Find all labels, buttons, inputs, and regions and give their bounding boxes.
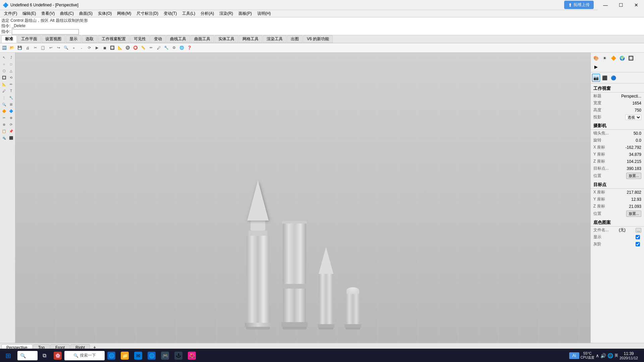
tray-expand-btn[interactable]: ∧: [596, 353, 599, 358]
toolbar-tab-4[interactable]: 选取: [82, 35, 97, 43]
toolbar-btn-2[interactable]: 💾: [16, 44, 23, 52]
app-search-bar[interactable]: 🔍 搜索一下: [64, 351, 105, 360]
toolbar-tab-2[interactable]: 设置视图: [42, 35, 65, 43]
rp-icon-display[interactable]: 🎨: [592, 54, 600, 62]
menu-item-曲面(S)[interactable]: 曲面(S): [76, 10, 95, 17]
ltb-btn-3[interactable]: □: [8, 61, 14, 67]
toolbar-btn-11[interactable]: ⟳: [86, 44, 93, 52]
toolbar-btn-15[interactable]: 📐: [116, 44, 124, 52]
menu-item-面板(P)[interactable]: 面板(P): [236, 10, 255, 17]
toolbar-tab-8[interactable]: 曲线工具: [166, 35, 190, 43]
ltb-btn-10[interactable]: 🖊: [1, 87, 7, 94]
toolbar-btn-24[interactable]: ❓: [186, 44, 193, 52]
rp-icon-render[interactable]: ▶: [592, 63, 600, 71]
rp-icon-env[interactable]: 🌍: [618, 54, 626, 62]
app-ie2[interactable]: 🌐: [145, 349, 158, 362]
rp-icon-material[interactable]: 🔶: [609, 54, 618, 62]
ltb-btn-17[interactable]: 🔷: [8, 108, 14, 114]
toolbar-btn-17[interactable]: ⭕: [132, 44, 139, 52]
toolbar-tab-10[interactable]: 实体工具: [215, 35, 238, 43]
menu-item-编辑(E)[interactable]: 编辑(E): [20, 10, 39, 17]
ltb-btn-18[interactable]: ✂: [1, 114, 7, 121]
ltb-btn-23[interactable]: 📌: [8, 128, 14, 134]
ltb-btn-25[interactable]: ⬛: [8, 134, 14, 141]
toolbar-tab-5[interactable]: 工作视窗配置: [98, 35, 129, 43]
ltb-btn-12[interactable]: ⋮: [1, 94, 7, 101]
toolbar-btn-5[interactable]: 📋: [39, 44, 47, 52]
ltb-btn-16[interactable]: 🔶: [1, 108, 7, 114]
toolbar-btn-9[interactable]: +: [70, 44, 77, 52]
ltb-btn-14[interactable]: 🔍: [1, 101, 7, 108]
menu-item-尺寸标注(D)[interactable]: 尺寸标注(D): [134, 10, 161, 17]
menu-item-工具(L)[interactable]: 工具(L): [179, 10, 198, 17]
toolbar-btn-7[interactable]: ↪: [55, 44, 62, 52]
toolbar-btn-10[interactable]: -: [78, 44, 85, 52]
app-game1[interactable]: 🎮: [158, 349, 172, 362]
app-steam[interactable]: 🕹: [172, 349, 185, 362]
toolbar-btn-8[interactable]: 🔍: [62, 44, 70, 52]
app-explorer[interactable]: 📁: [118, 349, 131, 362]
maximize-button[interactable]: ☐: [613, 0, 629, 10]
toolbar-tab-7[interactable]: 变动: [150, 35, 166, 43]
toolbar-tab-6[interactable]: 可见性: [130, 35, 150, 43]
menu-item-渲染(R)[interactable]: 渲染(R): [217, 10, 236, 17]
toolbar-btn-3[interactable]: 🖨: [24, 44, 31, 52]
menu-item-曲线(C)[interactable]: 曲线(C): [57, 10, 76, 17]
minimize-button[interactable]: —: [598, 0, 613, 10]
taskbar-search-icon[interactable]: 🔍: [17, 351, 38, 360]
upload-button[interactable]: ⬆ 拓维上传: [564, 1, 594, 9]
menu-item-分析(A)[interactable]: 分析(A): [198, 10, 217, 17]
tray-clock[interactable]: 11:39 2020/11/12: [620, 351, 638, 360]
toolbar-tab-14[interactable]: V6 的新功能: [303, 35, 333, 43]
toolbar-btn-22[interactable]: ⚙: [170, 44, 178, 52]
close-button[interactable]: ✕: [629, 0, 644, 10]
toolbar-btn-0[interactable]: 🆕: [1, 44, 8, 52]
menu-item-实体(O)[interactable]: 实体(O): [95, 10, 114, 17]
rp-gray-checkbox[interactable]: [636, 242, 640, 246]
rp-proj-select[interactable]: 透视 正交: [625, 115, 641, 120]
app-mail[interactable]: ✉: [131, 349, 145, 362]
toolbar-btn-19[interactable]: ✏: [147, 44, 155, 52]
toolbar-btn-12[interactable]: ▶: [93, 44, 101, 52]
toolbar-tab-12[interactable]: 渲染工具: [263, 35, 286, 43]
rp-sub-icon-camera[interactable]: 📷: [592, 74, 600, 82]
menu-item-查看(V)[interactable]: 查看(V): [39, 10, 57, 17]
ltb-btn-19[interactable]: ⊕: [8, 114, 14, 121]
ltb-btn-6[interactable]: 🔲: [1, 74, 7, 81]
toolbar-btn-14[interactable]: 🔲: [109, 44, 116, 52]
ltb-btn-0[interactable]: ↖: [1, 54, 7, 61]
ltb-btn-22[interactable]: 📋: [1, 128, 7, 134]
rp-icon-texture[interactable]: 🔲: [627, 54, 635, 62]
app-media[interactable]: 🌺: [185, 349, 199, 362]
toolbar-btn-21[interactable]: 🔧: [163, 44, 170, 52]
rp-place-btn[interactable]: 放置...: [626, 173, 641, 179]
toolbar-tab-3[interactable]: 显示: [66, 35, 81, 43]
ltb-btn-11[interactable]: T: [8, 87, 14, 94]
toolbar-btn-16[interactable]: 🔘: [124, 44, 131, 52]
app-rhinoceros[interactable]: 🌸: [51, 349, 64, 362]
ltb-btn-2[interactable]: ○: [1, 61, 7, 67]
toolbar-btn-1[interactable]: 📂: [8, 44, 16, 52]
menu-item-文件(F)[interactable]: 文件(F): [1, 10, 20, 17]
ltb-btn-20[interactable]: ⊗: [1, 121, 7, 128]
speaker-icon[interactable]: 🔊: [600, 353, 606, 358]
ltb-btn-9[interactable]: ✏: [8, 81, 14, 87]
toolbar-btn-4[interactable]: ✂: [32, 44, 39, 52]
toolbar-btn-6[interactable]: ↩: [47, 44, 54, 52]
network-icon[interactable]: 🌐: [607, 353, 613, 358]
menu-item-说明(H)[interactable]: 说明(H): [255, 10, 274, 17]
start-button[interactable]: ⊞: [0, 349, 16, 362]
ltb-btn-8[interactable]: 📐: [1, 81, 7, 87]
toolbar-btn-18[interactable]: 📏: [140, 44, 147, 52]
menu-item-网格(M)[interactable]: 网格(M): [114, 10, 134, 17]
toolbar-tab-13[interactable]: 出图: [287, 35, 303, 43]
rp-sub-icon-grid[interactable]: ⬛: [601, 74, 609, 82]
lang-indicator[interactable]: 英: [614, 353, 618, 358]
app-ie[interactable]: 🌐: [105, 349, 118, 362]
ltb-btn-13[interactable]: 🔧: [8, 94, 14, 101]
toolbar-tab-0[interactable]: 标准: [1, 35, 17, 43]
rp-filename-btn[interactable]: ...: [636, 228, 641, 233]
toolbar-tab-1[interactable]: 工作平面: [17, 35, 41, 43]
ltb-btn-1[interactable]: ⤴: [8, 54, 14, 61]
toolbar-tab-11[interactable]: 网格工具: [239, 35, 262, 43]
